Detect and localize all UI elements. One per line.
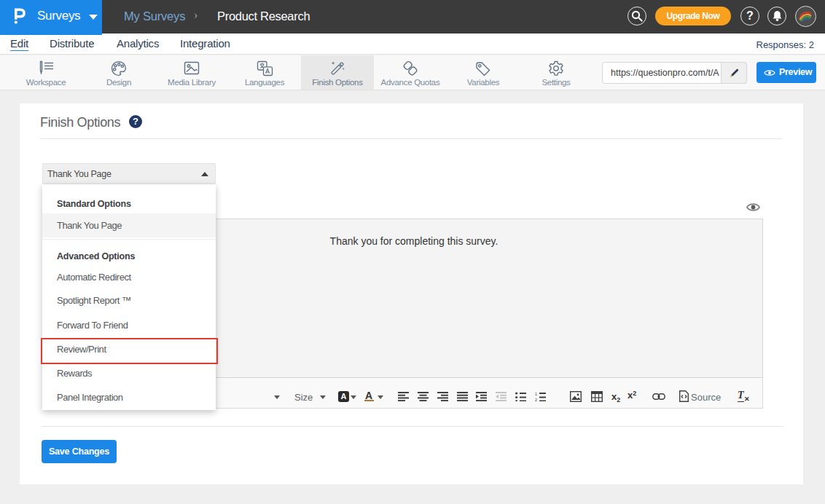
svg-text:2: 2 [535, 398, 537, 401]
svg-text:1: 1 [535, 392, 537, 396]
